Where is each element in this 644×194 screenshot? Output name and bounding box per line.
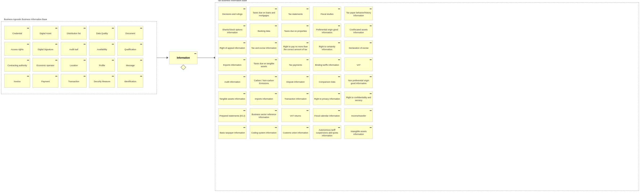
card-confiscated-assets[interactable]: ▬ Confiscated assets information	[344, 23, 373, 37]
card-prepared-statements[interactable]: ▬ Prepared statements (ECJ)	[218, 108, 246, 122]
card-label: Transaction	[68, 80, 80, 83]
card-right-certainty[interactable]: ▬ Right to certainity information	[313, 40, 341, 54]
card-label: Taxes due on properties	[284, 30, 307, 33]
card-vat[interactable]: ▬ VAT	[344, 57, 373, 71]
card-invoice[interactable]: ▬ Invoice	[4, 74, 30, 88]
card-business-sector[interactable]: ▬ Business sector reference information	[250, 108, 278, 122]
card-audit-trail[interactable]: ▬ Audit trail	[61, 42, 87, 56]
card-coding-system[interactable]: ▬ Coding system information	[250, 125, 278, 139]
card-declaration-excise[interactable]: ▬ Declaration of excise	[344, 40, 373, 54]
card-label: VAT returns	[290, 115, 301, 118]
card-intangible-assets[interactable]: ▬ Intangible assets information	[344, 125, 373, 139]
card-access-rights[interactable]: ▬ Access rights	[4, 42, 30, 56]
minimize-icon: ▬	[306, 58, 308, 60]
card-credential[interactable]: ▬ Credential	[4, 26, 30, 39]
card-vat-returns[interactable]: ▬ VAT returns	[281, 108, 310, 122]
card-transaction[interactable]: ▬ Transaction	[61, 74, 87, 88]
card-label: Autonomous tariff suspensions abd quota …	[314, 129, 340, 137]
card-exports-info[interactable]: ▬ Exports information	[218, 57, 246, 71]
card-preferential-origin[interactable]: ▬ Preferential origin good information	[313, 23, 341, 37]
minimize-icon: ▬	[370, 7, 372, 10]
card-economic-operator[interactable]: ▬ Economic operator	[32, 58, 58, 72]
card-taxes-tangible[interactable]: ▬ Taxes due on tangible assets	[250, 57, 278, 71]
minimize-icon: ▬	[27, 59, 29, 61]
card-taxes-properties[interactable]: ▬ Taxes due on properties	[281, 23, 310, 37]
card-customs-union[interactable]: ▬ Customs union information	[281, 125, 310, 139]
card-right-pay[interactable]: ▬ Right to pay no more than the correct …	[281, 40, 310, 54]
card-label: Identification	[124, 80, 136, 83]
card-tax-statements[interactable]: ▬ Tax statements	[281, 6, 310, 20]
card-label: Audit information	[224, 81, 240, 84]
card-shares-stock[interactable]: ▬ Shares/Stock options Information	[218, 23, 246, 37]
card-label: Taxes due on loans and mortgages	[251, 11, 277, 17]
card-label: Audit trail	[69, 48, 78, 51]
minimize-icon: ▬	[370, 41, 372, 43]
card-non-preferential[interactable]: ▬ Non preferential origin good informati…	[344, 74, 373, 88]
card-security-measure[interactable]: ▬ Security Measure	[89, 74, 115, 88]
card-fiscal-studies[interactable]: ▬ Fiscal studies	[313, 6, 341, 20]
card-comparison-data[interactable]: ▬ Comparison Data	[313, 74, 341, 88]
minimize-icon: ▬	[84, 59, 86, 61]
card-label: Location	[70, 64, 78, 67]
card-location[interactable]: ▬ Location	[61, 58, 87, 72]
minimize-icon: ▬	[306, 126, 308, 128]
card-document[interactable]: ▬ Document	[117, 26, 143, 39]
card-basic-taxpayer[interactable]: ▬ Basic taxpayer Information	[218, 125, 246, 139]
card-right-privacy[interactable]: ▬ Right to privacy information	[313, 91, 341, 105]
card-label: Right to confidentiality and secrecy	[346, 96, 372, 102]
card-fiscal-calendar[interactable]: ▬ Fiscal calendar information	[313, 108, 341, 122]
card-taxpayer-behavior[interactable]: ▬ Tax payer behavior/history information	[344, 6, 373, 20]
card-label: Right of appeal information	[220, 47, 245, 50]
card-right-confidentiality[interactable]: ▬ Right to confidentiality and secrecy	[344, 91, 373, 105]
card-taxes-loans[interactable]: ▬ Taxes due on loans and mortgages	[250, 6, 278, 20]
card-transaction-info[interactable]: ▬ Transaction information	[281, 91, 310, 105]
card-label: Payment	[41, 80, 50, 83]
card-distribution-list[interactable]: ▬ Distribution list	[61, 26, 87, 39]
card-right-appeal[interactable]: ▬ Right of appeal information	[218, 40, 246, 54]
minimize-icon: ▬	[244, 92, 245, 94]
right-group-box: Tax Business Information Base	[215, 2, 639, 191]
card-contracting-authority[interactable]: ▬ Contracting authority	[4, 58, 30, 72]
card-identification[interactable]: ▬ Identification	[117, 74, 143, 88]
card-data-quality[interactable]: ▬ Data Quality	[89, 26, 115, 39]
minimize-icon: ▬	[244, 109, 245, 111]
card-label: Decisions and rulings	[222, 13, 242, 16]
card-decisions-rulings[interactable]: ▬ Decisions and rulings	[218, 6, 246, 20]
card-label: Banking data	[258, 30, 270, 33]
minimize-icon: ▬	[370, 92, 372, 94]
card-label: Preferential origin good information	[314, 28, 340, 34]
card-dispute-info[interactable]: ▬ Dispute information	[281, 74, 310, 88]
minimize-icon: ▬	[112, 43, 114, 45]
card-message[interactable]: ▬ Message	[117, 58, 143, 72]
card-binding-tariffs[interactable]: ▬ Binding tariffs information	[313, 57, 341, 71]
minimize-icon: ▬	[370, 24, 372, 27]
card-label: Contracting authority	[7, 64, 27, 67]
center-information-box[interactable]: ▬ Information	[169, 51, 198, 64]
minimize-icon: ▬	[140, 75, 142, 77]
card-label: Imports information	[255, 98, 273, 101]
card-banking-data[interactable]: ▬ Banking data	[250, 23, 278, 37]
minimize-icon: ▬	[275, 75, 277, 77]
card-autonomous-tariff[interactable]: ▬ Autonomous tariff suspensions abd quot…	[313, 125, 341, 139]
card-availability[interactable]: ▬ Availability	[89, 42, 115, 56]
card-carbon-emissions[interactable]: ▬ Carbon / Non-carbon Emissions	[250, 74, 278, 88]
card-imports-info[interactable]: ▬ Imports information	[250, 91, 278, 105]
card-tangible-assets[interactable]: ▬ Tangible assets information	[218, 91, 246, 105]
card-digital-asset[interactable]: ▬ Digital Asset	[32, 26, 58, 39]
right-group-label: Tax Business Information Base	[217, 0, 248, 2]
card-audit-info[interactable]: ▬ Audit information	[218, 74, 246, 88]
card-tax-payments[interactable]: ▬ Tax payments	[281, 57, 310, 71]
card-label: Tangible assets information	[220, 98, 245, 101]
card-label: Binding tariffs information	[315, 64, 339, 67]
card-label: Business sector reference information	[251, 113, 277, 119]
card-tax-excise[interactable]: ▬ Tax and excise information	[250, 40, 278, 54]
minimize-icon: ▬	[27, 75, 29, 77]
card-qualification[interactable]: ▬ Qualification	[117, 42, 143, 56]
card-profile[interactable]: ▬ Profile	[89, 58, 115, 72]
minimize-icon: ▬	[244, 58, 245, 60]
card-label: Intangible assets information	[346, 130, 372, 136]
card-income-transfer[interactable]: ▬ Income/transfer	[344, 108, 373, 122]
card-payment[interactable]: ▬ Payment	[32, 74, 58, 88]
minimize-icon: ▬	[140, 43, 142, 45]
card-digital-signature[interactable]: ▬ Digital Signature	[32, 42, 58, 56]
